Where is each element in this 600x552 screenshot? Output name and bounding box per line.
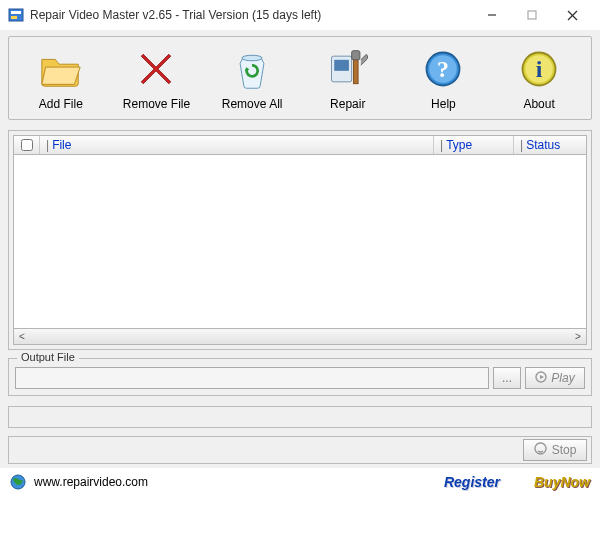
- repair-button[interactable]: Repair: [308, 43, 388, 113]
- play-label: Play: [551, 371, 574, 385]
- remove-file-label: Remove File: [123, 97, 190, 111]
- titlebar: Repair Video Master v2.65 - Trial Versio…: [0, 0, 600, 30]
- file-list-header: |File |Type |Status: [13, 135, 587, 155]
- help-button[interactable]: ? Help: [403, 43, 483, 113]
- folder-open-icon: [37, 45, 85, 93]
- svg-rect-1: [11, 11, 21, 14]
- output-legend: Output File: [17, 351, 79, 363]
- repair-label: Repair: [330, 97, 365, 111]
- svg-rect-0: [9, 9, 23, 21]
- progress-bar: [8, 406, 592, 428]
- register-link[interactable]: Register: [444, 474, 500, 490]
- bottom-bar: Stop: [8, 436, 592, 464]
- column-header-file[interactable]: |File: [40, 136, 434, 154]
- svg-text:i: i: [536, 56, 543, 82]
- globe-icon: [10, 474, 26, 490]
- repair-tools-icon: [324, 45, 372, 93]
- stop-icon: [534, 442, 547, 458]
- footer: www.repairvideo.com Register BuyNow: [0, 468, 600, 496]
- stop-button[interactable]: Stop: [523, 439, 587, 461]
- minimize-button[interactable]: [472, 0, 512, 30]
- svg-rect-4: [528, 11, 536, 19]
- app-icon: [8, 7, 24, 23]
- select-all-checkbox[interactable]: [21, 139, 33, 151]
- scroll-right-arrow-icon[interactable]: >: [570, 330, 586, 344]
- svg-rect-9: [334, 60, 349, 71]
- buynow-link[interactable]: BuyNow: [534, 474, 590, 490]
- help-icon: ?: [419, 45, 467, 93]
- add-file-button[interactable]: Add File: [21, 43, 101, 113]
- info-icon: i: [515, 45, 563, 93]
- maximize-button[interactable]: [512, 0, 552, 30]
- remove-file-button[interactable]: Remove File: [116, 43, 196, 113]
- about-button[interactable]: i About: [499, 43, 579, 113]
- website-link[interactable]: www.repairvideo.com: [34, 475, 148, 489]
- main-toolbar: Add File Remove File Remove All: [8, 36, 592, 120]
- output-file-group: Output File ... Play: [8, 358, 592, 396]
- stop-label: Stop: [552, 443, 577, 457]
- about-label: About: [523, 97, 554, 111]
- output-path-input: [15, 367, 489, 389]
- column-header-type[interactable]: |Type: [434, 136, 514, 154]
- select-all-checkbox-cell[interactable]: [14, 136, 40, 154]
- svg-rect-2: [11, 16, 17, 19]
- svg-text:?: ?: [437, 56, 449, 82]
- browse-button[interactable]: ...: [493, 367, 521, 389]
- play-button[interactable]: Play: [525, 367, 585, 389]
- play-icon: [535, 371, 547, 386]
- svg-point-7: [242, 55, 262, 61]
- window-title: Repair Video Master v2.65 - Trial Versio…: [30, 8, 472, 22]
- remove-all-label: Remove All: [222, 97, 283, 111]
- file-list-panel: |File |Type |Status < >: [8, 130, 592, 350]
- add-file-label: Add File: [39, 97, 83, 111]
- recycle-bin-icon: [228, 45, 276, 93]
- column-header-status[interactable]: |Status: [514, 136, 586, 154]
- remove-all-button[interactable]: Remove All: [212, 43, 292, 113]
- svg-rect-11: [351, 51, 359, 60]
- x-icon: [132, 45, 180, 93]
- scroll-left-arrow-icon[interactable]: <: [14, 330, 30, 344]
- help-label: Help: [431, 97, 456, 111]
- file-list-body[interactable]: [13, 155, 587, 329]
- horizontal-scrollbar[interactable]: < >: [13, 329, 587, 345]
- close-button[interactable]: [552, 0, 592, 30]
